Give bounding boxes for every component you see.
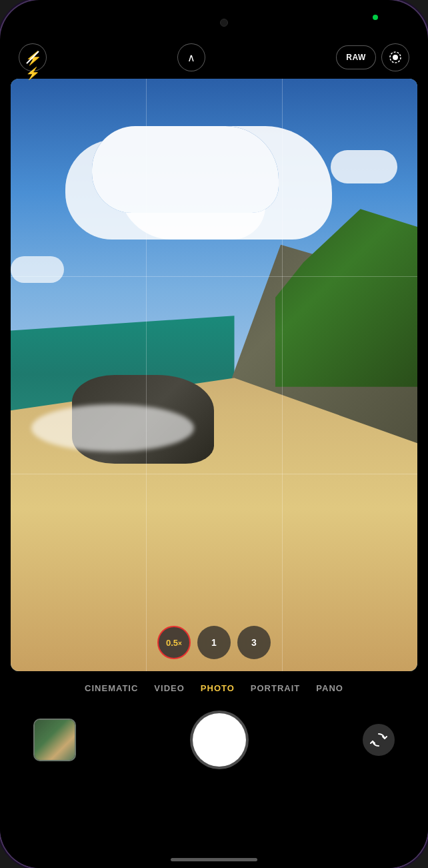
raw-button[interactable]: RAW bbox=[336, 45, 376, 69]
mode-selector: CINEMATIC VIDEO PHOTO PORTRAIT PANO bbox=[0, 671, 428, 693]
flip-camera-button[interactable] bbox=[363, 724, 395, 756]
front-camera bbox=[220, 19, 228, 27]
phone-frame: ⚡ ∧ RAW bbox=[0, 0, 428, 868]
shutter-row bbox=[0, 700, 428, 780]
thumbnail-preview bbox=[35, 720, 75, 760]
mode-photo[interactable]: PHOTO bbox=[201, 683, 235, 693]
zoom-05x-button[interactable]: 0.5× bbox=[157, 626, 191, 659]
zoom-1x-label: 1 bbox=[211, 637, 217, 648]
camera-scene bbox=[11, 79, 417, 671]
flash-button[interactable]: ⚡ bbox=[19, 43, 47, 71]
cloud-left bbox=[11, 256, 64, 283]
zoom-3x-button[interactable]: 3 bbox=[237, 626, 271, 659]
zoom-05x-label: 0.5× bbox=[166, 638, 182, 648]
flip-camera-icon bbox=[370, 731, 387, 749]
raw-label: RAW bbox=[346, 53, 366, 62]
top-controls-bar: ⚡ ∧ RAW bbox=[0, 43, 428, 71]
chevron-up-button[interactable]: ∧ bbox=[177, 43, 205, 71]
last-photo-thumbnail[interactable] bbox=[33, 719, 76, 761]
mode-video[interactable]: VIDEO bbox=[154, 683, 184, 693]
mode-cinematic[interactable]: CINEMATIC bbox=[85, 683, 138, 693]
zoom-controls: 0.5× 1 3 bbox=[157, 626, 271, 659]
live-photo-icon bbox=[388, 50, 403, 65]
shutter-button[interactable] bbox=[193, 713, 246, 767]
chevron-up-icon: ∧ bbox=[187, 51, 195, 64]
zoom-1x-button[interactable]: 1 bbox=[197, 626, 231, 659]
zoom-3x-label: 3 bbox=[251, 637, 257, 648]
dynamic-island bbox=[172, 11, 256, 35]
home-indicator bbox=[171, 858, 257, 861]
viewfinder[interactable]: 0.5× 1 3 bbox=[11, 79, 417, 671]
mode-portrait[interactable]: PORTRAIT bbox=[251, 683, 300, 693]
waves bbox=[31, 404, 194, 452]
status-led bbox=[373, 15, 378, 20]
svg-point-0 bbox=[393, 55, 398, 60]
cloud-right bbox=[331, 150, 397, 183]
mode-pano[interactable]: PANO bbox=[316, 683, 343, 693]
flash-off-icon: ⚡ bbox=[25, 50, 40, 65]
bottom-area: CINEMATIC VIDEO PHOTO PORTRAIT PANO bbox=[0, 671, 428, 868]
live-photo-button[interactable] bbox=[381, 43, 409, 71]
cloud-main bbox=[92, 126, 279, 213]
phone-screen: ⚡ ∧ RAW bbox=[0, 0, 428, 868]
